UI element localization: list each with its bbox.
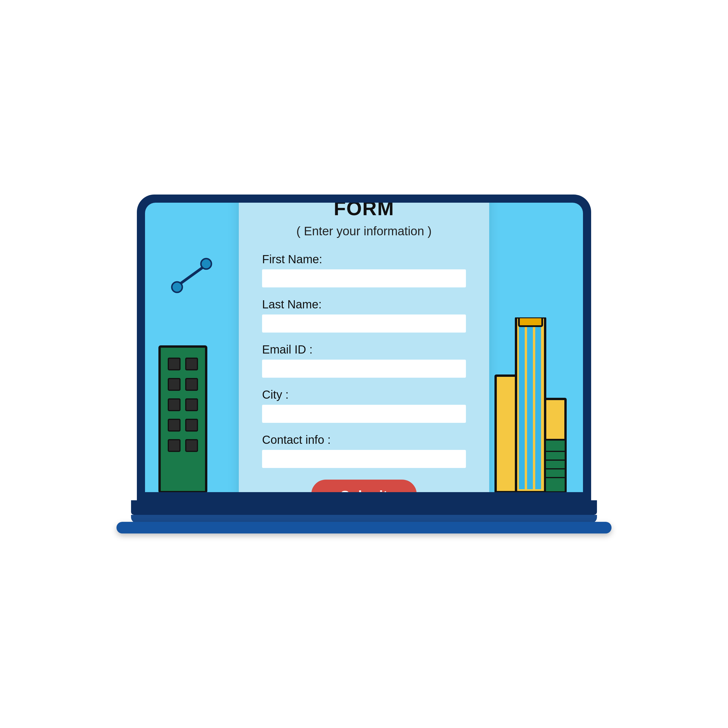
last-name-label: Last Name:: [262, 298, 466, 311]
building-right: [490, 317, 571, 492]
contact-field: Contact info :: [262, 433, 466, 468]
svg-rect-17: [535, 320, 541, 489]
svg-rect-15: [519, 320, 525, 489]
form-title: FORM: [262, 203, 466, 220]
svg-line-2: [181, 268, 202, 283]
laptop-foot: [116, 522, 612, 534]
email-label: Email ID :: [262, 343, 466, 356]
laptop: FORM ( Enter your information ) First Na…: [131, 194, 597, 534]
last-name-field: Last Name:: [262, 298, 466, 333]
svg-rect-9: [186, 399, 197, 411]
svg-rect-6: [168, 379, 180, 390]
city-input[interactable]: [262, 405, 466, 423]
svg-rect-25: [519, 317, 542, 326]
form-card: FORM ( Enter your information ) First Na…: [239, 203, 489, 492]
first-name-field: First Name:: [262, 253, 466, 288]
svg-rect-13: [186, 440, 197, 451]
email-field: Email ID :: [262, 343, 466, 378]
svg-rect-7: [186, 379, 197, 390]
contact-input[interactable]: [262, 450, 466, 468]
email-input[interactable]: [262, 359, 466, 378]
svg-rect-12: [168, 440, 180, 451]
laptop-screen-inner: FORM ( Enter your information ) First Na…: [145, 203, 583, 492]
svg-rect-3: [159, 347, 206, 492]
svg-rect-4: [168, 358, 180, 370]
contact-label: Contact info :: [262, 433, 466, 447]
svg-rect-8: [168, 399, 180, 411]
svg-rect-18: [496, 376, 516, 492]
graph-decoration: [168, 249, 215, 296]
laptop-base: [131, 500, 597, 515]
svg-rect-16: [527, 320, 533, 489]
svg-rect-5: [186, 358, 197, 370]
first-name-input[interactable]: [262, 269, 466, 288]
submit-button[interactable]: Submit: [311, 480, 417, 492]
svg-rect-11: [186, 419, 197, 431]
first-name-label: First Name:: [262, 253, 466, 266]
laptop-screen-outer: FORM ( Enter your information ) First Na…: [137, 194, 591, 500]
building-left: [154, 323, 212, 492]
scene: FORM ( Enter your information ) First Na…: [73, 73, 655, 655]
svg-rect-10: [168, 419, 180, 431]
svg-rect-20: [545, 440, 566, 492]
last-name-input[interactable]: [262, 315, 466, 333]
city-label: City :: [262, 388, 466, 401]
city-field: City :: [262, 388, 466, 423]
form-subtitle: ( Enter your information ): [262, 224, 466, 238]
